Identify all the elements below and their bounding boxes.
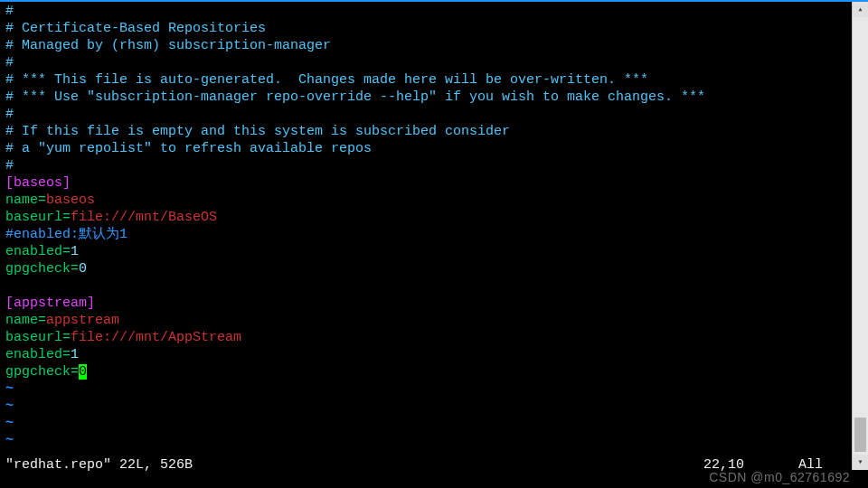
kv-line: baseurl=file:///mnt/BaseOS bbox=[5, 209, 868, 226]
comment-line: # bbox=[5, 157, 868, 174]
equals-sign: = bbox=[62, 330, 71, 345]
value-name: baseos bbox=[46, 192, 95, 208]
inline-comment: #enabled:默认为1 bbox=[5, 226, 868, 243]
terminal-window: # # Certificate-Based Repositories # Man… bbox=[0, 0, 868, 488]
equals-sign: = bbox=[62, 347, 71, 362]
scroll-thumb[interactable] bbox=[854, 418, 866, 452]
tilde-line: ~ bbox=[5, 415, 868, 432]
key-baseurl: baseurl bbox=[5, 330, 62, 345]
kv-line: enabled=1 bbox=[5, 243, 868, 260]
comment-line: # Certificate-Based Repositories bbox=[5, 20, 868, 37]
key-name: name bbox=[5, 192, 38, 208]
vim-status-bar: "redhat.repo" 22L, 526B 22,10 All bbox=[0, 456, 850, 474]
kv-line: enabled=1 bbox=[5, 346, 868, 363]
key-gpgcheck: gpgcheck bbox=[5, 364, 71, 380]
kv-line: baseurl=file:///mnt/AppStream bbox=[5, 329, 868, 346]
key-baseurl: baseurl bbox=[5, 210, 62, 225]
kv-line: gpgcheck=0 bbox=[5, 260, 868, 277]
value-gpgcheck: 0 bbox=[79, 261, 87, 277]
comment-line: # bbox=[5, 3, 868, 20]
equals-sign: = bbox=[71, 261, 79, 277]
comment-line: # a "yum repolist" to refresh available … bbox=[5, 140, 868, 157]
comment-line: # *** This file is auto-generated. Chang… bbox=[5, 71, 868, 89]
vertical-scrollbar[interactable]: ▴ ▾ bbox=[852, 2, 868, 470]
blank-line bbox=[5, 277, 868, 295]
comment-line: # Managed by (rhsm) subscription-manager bbox=[5, 37, 868, 54]
status-filename: "redhat.repo" 22L, 526B bbox=[5, 456, 193, 474]
equals-sign: = bbox=[62, 210, 71, 225]
value-name: appstream bbox=[46, 313, 119, 328]
equals-sign: = bbox=[38, 192, 46, 208]
comment-line: # If this file is empty and this system … bbox=[5, 123, 868, 140]
status-cursor-position: 22,10 bbox=[703, 456, 744, 474]
key-name: name bbox=[5, 313, 38, 328]
equals-sign: = bbox=[62, 244, 71, 259]
tilde-line: ~ bbox=[5, 432, 868, 449]
scroll-up-arrow-icon[interactable]: ▴ bbox=[853, 2, 868, 17]
equals-sign: = bbox=[38, 313, 46, 328]
equals-sign: = bbox=[71, 364, 79, 380]
status-scroll-indicator: All bbox=[798, 456, 823, 474]
kv-line: name=appstream bbox=[5, 312, 868, 329]
section-header-baseos: [baseos] bbox=[5, 174, 868, 192]
key-gpgcheck: gpgcheck bbox=[5, 261, 71, 277]
cursor: 0 bbox=[79, 364, 87, 380]
value-baseurl: file:///mnt/BaseOS bbox=[71, 210, 217, 225]
tilde-line: ~ bbox=[5, 398, 868, 415]
comment-line: # *** Use "subscription-manager repo-ove… bbox=[5, 89, 868, 106]
tilde-line: ~ bbox=[5, 380, 868, 398]
scroll-down-arrow-icon[interactable]: ▾ bbox=[853, 455, 868, 470]
editor-viewport[interactable]: # # Certificate-Based Repositories # Man… bbox=[0, 2, 868, 468]
kv-line: gpgcheck=0 bbox=[5, 363, 868, 380]
value-baseurl: file:///mnt/AppStream bbox=[71, 330, 241, 345]
comment-line: # bbox=[5, 54, 868, 71]
value-enabled: 1 bbox=[71, 347, 79, 362]
kv-line: name=baseos bbox=[5, 192, 868, 209]
section-header-appstream: [appstream] bbox=[5, 295, 868, 312]
key-enabled: enabled bbox=[5, 244, 62, 259]
comment-line: # bbox=[5, 106, 868, 123]
value-enabled: 1 bbox=[71, 244, 79, 259]
key-enabled: enabled bbox=[5, 347, 62, 362]
